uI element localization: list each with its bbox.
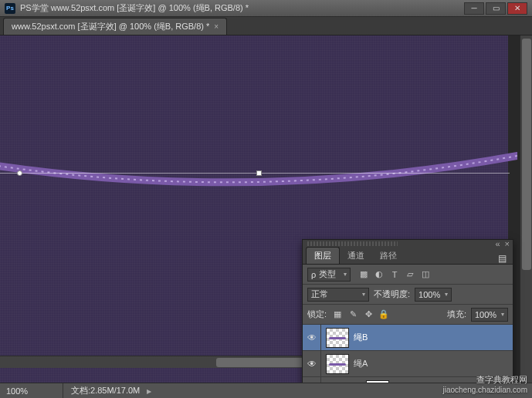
filter-row: ρ 类型 ▾ ▩ ◐ T ▱ ◫ bbox=[303, 265, 513, 285]
tab-channels[interactable]: 通道 bbox=[340, 248, 372, 264]
blend-mode-value: 正常 bbox=[311, 288, 328, 300]
chevron-down-icon: ▾ bbox=[501, 311, 504, 318]
opacity-label: 不透明度: bbox=[374, 288, 410, 300]
lock-pixels-icon[interactable]: ✎ bbox=[347, 309, 359, 321]
watermark: 查字典教程网 jiaocheng.chazidian.com bbox=[442, 374, 527, 395]
scrollbar-thumb[interactable] bbox=[522, 39, 531, 270]
layer-thumbnail[interactable] bbox=[326, 328, 349, 348]
visibility-toggle-icon[interactable]: 👁 bbox=[303, 377, 321, 383]
app-icon: Ps bbox=[5, 3, 15, 14]
grip-icon bbox=[307, 241, 398, 246]
visibility-toggle-icon[interactable]: 👁 bbox=[303, 351, 321, 376]
transform-handle[interactable] bbox=[256, 170, 262, 176]
lock-transparent-icon[interactable]: ▦ bbox=[331, 309, 344, 321]
transform-handle[interactable] bbox=[17, 170, 22, 176]
search-icon: ρ bbox=[311, 270, 316, 279]
opacity-field[interactable]: 100% ▾ bbox=[415, 288, 452, 302]
chevron-right-icon: ▶ bbox=[147, 388, 151, 395]
filter-adjust-icon[interactable]: ◐ bbox=[372, 268, 386, 282]
blend-mode-select[interactable]: 正常 ▾ bbox=[307, 288, 369, 302]
mask-thumbnail[interactable] bbox=[366, 380, 389, 383]
panel-tab-strip: 图层 通道 路径 ▤ bbox=[303, 248, 513, 265]
fill-field[interactable]: 100% ▾ bbox=[471, 308, 508, 322]
zoom-field[interactable]: 100% bbox=[0, 383, 63, 398]
lock-position-icon[interactable]: ✥ bbox=[362, 309, 374, 321]
maximize-button[interactable]: ▭ bbox=[486, 2, 506, 15]
panel-menu-icon[interactable]: ▤ bbox=[492, 253, 513, 264]
blend-row: 正常 ▾ 不透明度: 100% ▾ bbox=[303, 285, 513, 305]
document-tab[interactable]: www.52psxt.com [圣诞字效] @ 100% (绳B, RGB/8)… bbox=[3, 18, 227, 35]
document-tab-bar: www.52psxt.com [圣诞字效] @ 100% (绳B, RGB/8)… bbox=[0, 17, 532, 35]
fill-value: 100% bbox=[475, 310, 496, 319]
lock-all-icon[interactable]: 🔒 bbox=[378, 309, 390, 321]
chevron-down-icon: ▾ bbox=[362, 291, 365, 298]
close-button[interactable]: ✕ bbox=[507, 2, 527, 15]
rope-artwork bbox=[0, 142, 517, 211]
fill-label: 填充: bbox=[447, 309, 466, 320]
layer-name[interactable]: 绳B bbox=[354, 332, 368, 343]
filter-smart-icon[interactable]: ◫ bbox=[418, 268, 432, 282]
workspace: 52p « × 图层 通道 路径 ▤ ρ 类型 ▾ bbox=[0, 35, 532, 383]
filter-icon-group: ▩ ◐ T ▱ ◫ bbox=[357, 268, 432, 282]
window-title: PS学堂 www.52psxt.com [圣诞字效] @ 100% (绳B, R… bbox=[20, 2, 464, 14]
layer-name[interactable]: 绳A bbox=[354, 358, 368, 369]
filter-type-icon[interactable]: T bbox=[388, 268, 402, 282]
chevron-down-icon: ▾ bbox=[445, 291, 448, 298]
transform-guide bbox=[0, 173, 510, 174]
chevron-down-icon: ▾ bbox=[344, 271, 347, 278]
kind-filter-select[interactable]: ρ 类型 ▾ bbox=[307, 268, 351, 282]
tab-paths[interactable]: 路径 bbox=[372, 248, 405, 264]
document-tab-label: www.52psxt.com [圣诞字效] @ 100% (绳B, RGB/8)… bbox=[12, 21, 209, 32]
layer-row[interactable]: 👁 绳B bbox=[303, 325, 513, 351]
close-panel-icon[interactable]: × bbox=[505, 239, 510, 248]
opacity-value: 100% bbox=[418, 290, 440, 299]
adjustment-icon[interactable]: ◧ bbox=[335, 383, 351, 383]
kind-filter-label: 类型 bbox=[319, 268, 336, 280]
visibility-toggle-icon[interactable]: 👁 bbox=[303, 325, 321, 350]
title-bar[interactable]: Ps PS学堂 www.52psxt.com [圣诞字效] @ 100% (绳B… bbox=[0, 0, 532, 17]
close-tab-icon[interactable]: × bbox=[214, 22, 219, 31]
filter-pixel-icon[interactable]: ▩ bbox=[357, 268, 371, 282]
tab-layers[interactable]: 图层 bbox=[306, 247, 340, 264]
vertical-scrollbar[interactable] bbox=[520, 35, 532, 383]
minimize-button[interactable]: ─ bbox=[464, 2, 484, 15]
doc-info[interactable]: 文档:2.85M/17.0M ▶ bbox=[63, 385, 151, 396]
layers-panel[interactable]: « × 图层 通道 路径 ▤ ρ 类型 ▾ ▩ ◐ T ▱ bbox=[302, 239, 513, 383]
lock-label: 锁定: bbox=[307, 309, 327, 320]
app-window: Ps PS学堂 www.52psxt.com [圣诞字效] @ 100% (绳B… bbox=[0, 0, 532, 398]
lock-row: 锁定: ▦ ✎ ✥ 🔒 填充: 100% ▾ bbox=[303, 305, 513, 325]
collapse-icon[interactable]: « bbox=[495, 239, 500, 248]
layer-thumbnail[interactable] bbox=[326, 354, 349, 374]
filter-shape-icon[interactable]: ▱ bbox=[403, 268, 417, 282]
